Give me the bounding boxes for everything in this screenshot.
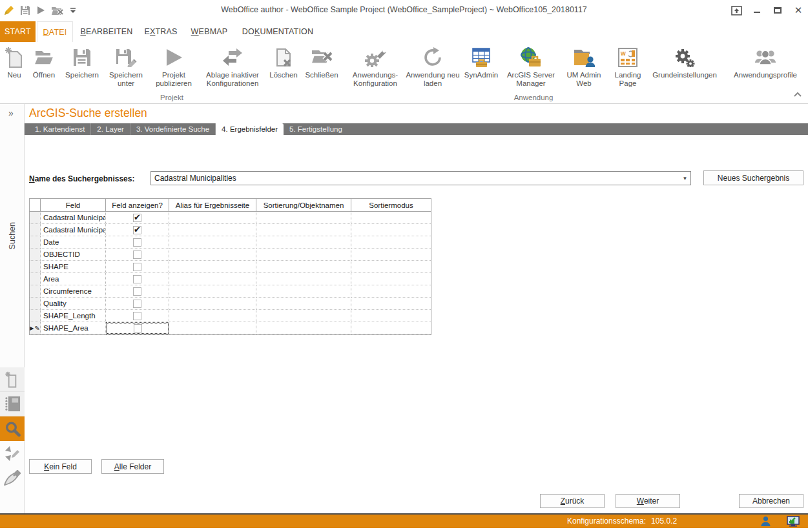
feld-anzeigen-checkbox[interactable] <box>133 226 141 234</box>
table-row[interactable]: Cadastral Municipa <box>30 212 431 224</box>
monitor-connection-icon[interactable] <box>787 516 800 529</box>
row-selector[interactable] <box>30 249 41 261</box>
alias-cell[interactable] <box>169 224 256 236</box>
abbrechen-button[interactable]: Abbrechen <box>739 494 803 508</box>
table-row[interactable]: Date <box>30 236 431 249</box>
feld-cell[interactable]: SHAPE_Length <box>41 310 106 322</box>
column-header-alias[interactable]: Alias für Ergebnisseite <box>169 199 256 211</box>
sortierung-cell[interactable] <box>256 322 351 334</box>
neues-suchergebnis-button[interactable]: Neues Suchergebnis <box>703 170 803 185</box>
landing-page-button[interactable]: w Landing Page <box>608 42 647 88</box>
sortiermodus-cell[interactable] <box>351 322 431 334</box>
feld-anzeigen-checkbox[interactable] <box>133 263 141 271</box>
kein-feld-button[interactable]: Kein Feld <box>29 459 92 474</box>
grundeinstellungen-button[interactable]: Grundeinstellungen <box>647 42 722 79</box>
row-selector[interactable] <box>30 310 41 322</box>
feld-anzeigen-checkbox[interactable] <box>133 251 141 259</box>
alias-cell[interactable] <box>169 236 256 249</box>
feld-anzeigen-checkbox[interactable] <box>133 214 141 222</box>
alias-cell[interactable] <box>169 212 256 224</box>
alias-cell[interactable] <box>169 261 256 273</box>
synadmin-button[interactable]: SynAdmin <box>460 42 502 79</box>
sortierung-cell[interactable] <box>256 249 351 261</box>
sortierung-cell[interactable] <box>256 273 351 285</box>
feld-anzeigen-checkbox[interactable] <box>133 300 141 308</box>
popup-window-button[interactable] <box>730 5 742 16</box>
user-icon[interactable] <box>761 516 771 529</box>
alias-cell[interactable] <box>169 249 256 261</box>
sortierung-cell[interactable] <box>256 236 351 249</box>
weiter-button[interactable]: Weiter <box>616 494 680 508</box>
row-selector[interactable] <box>30 273 41 285</box>
sortiermodus-cell[interactable] <box>351 285 431 298</box>
ablage-inaktiver-konfigurationen-button[interactable]: Ablage inaktiver Konfigurationen <box>199 42 266 88</box>
table-row[interactable]: ▶✎ SHAPE_Area <box>30 322 431 334</box>
feld-anzeigen-checkbox[interactable] <box>134 324 142 332</box>
row-selector[interactable] <box>30 298 41 310</box>
sortiermodus-cell[interactable] <box>351 298 431 310</box>
feld-cell[interactable]: Circumference <box>41 285 106 298</box>
table-row[interactable]: OBJECTID <box>30 249 431 261</box>
column-header-feld-anzeigen[interactable]: Feld anzeigen? <box>106 199 169 211</box>
sortierung-cell[interactable] <box>256 298 351 310</box>
alias-cell[interactable] <box>169 273 256 285</box>
projekt-publizieren-button[interactable]: Projekt publizieren <box>149 42 199 88</box>
row-selector[interactable] <box>30 212 41 224</box>
row-selector[interactable] <box>30 224 41 236</box>
arcgis-server-manager-button[interactable]: ArcGIS Server Manager <box>502 42 559 88</box>
sortiermodus-cell[interactable] <box>351 224 431 236</box>
feld-anzeigen-checkbox[interactable] <box>133 238 141 247</box>
feld-cell[interactable]: Cadastral Municipa <box>41 224 106 236</box>
new-page-button[interactable] <box>0 367 25 392</box>
sortiermodus-cell[interactable] <box>351 261 431 273</box>
notebook-button[interactable] <box>0 392 25 416</box>
sortiermodus-cell[interactable] <box>351 310 431 322</box>
ribbon-tab-datei[interactable]: DATEI <box>37 21 73 42</box>
alias-cell[interactable] <box>169 310 256 322</box>
zurueck-button[interactable]: Zurück <box>540 494 605 508</box>
table-row[interactable]: Area <box>30 273 431 285</box>
feld-cell[interactable]: Area <box>41 273 106 285</box>
feld-anzeigen-checkbox[interactable] <box>133 312 141 320</box>
maximize-button[interactable] <box>772 5 783 16</box>
row-selector[interactable] <box>30 285 41 298</box>
transform-button[interactable] <box>0 441 25 466</box>
ribbon-tab-start[interactable]: START <box>0 21 36 42</box>
feld-cell[interactable]: Quality <box>41 298 106 310</box>
anwendungs-konfiguration-button[interactable]: Anwendungs-Konfiguration <box>345 42 406 88</box>
anwendungsprofile-button[interactable]: Anwendungsprofile <box>725 42 806 79</box>
search-button[interactable] <box>0 416 25 441</box>
step-tab-vordefinierte-suche[interactable]: 3. Vordefinierte Suche <box>130 123 216 135</box>
schliessen-button[interactable]: Schließen <box>301 42 342 79</box>
sortiermodus-cell[interactable] <box>351 236 431 249</box>
suchergebnis-name-select[interactable]: Cadastral Municipalities ▼ <box>150 171 691 185</box>
alias-cell[interactable] <box>169 285 256 298</box>
step-tab-fertigstellung[interactable]: 5. Fertigstellung <box>284 123 348 135</box>
oeffnen-button[interactable]: Öffnen <box>27 42 61 79</box>
table-row[interactable]: SHAPE_Length <box>30 310 431 322</box>
loeschen-button[interactable]: Löschen <box>266 42 301 79</box>
close-button[interactable]: ✕ <box>792 5 804 16</box>
collapse-ribbon-icon[interactable] <box>794 88 802 99</box>
alle-felder-button[interactable]: Alle Felder <box>101 459 164 474</box>
chevron-down-icon[interactable]: ▼ <box>679 176 690 181</box>
table-row[interactable]: Quality <box>30 298 431 310</box>
feld-cell[interactable]: Cadastral Municipa <box>41 212 106 224</box>
sortiermodus-cell[interactable] <box>351 249 431 261</box>
expand-panel-icon[interactable]: » <box>8 108 14 118</box>
feld-cell[interactable]: SHAPE <box>41 261 106 273</box>
alias-cell[interactable] <box>169 298 256 310</box>
sortiermodus-cell[interactable] <box>351 212 431 224</box>
column-header-sortiermodus[interactable]: Sortiermodus <box>351 199 431 211</box>
feld-cell[interactable]: Date <box>41 236 106 249</box>
panel-tab-suchen[interactable]: Suchen <box>0 212 25 259</box>
step-tab-kartendienst[interactable]: 1. Kartendienst <box>29 123 91 135</box>
ribbon-tab-webmap[interactable]: WEBMAP <box>187 21 231 42</box>
sortierung-cell[interactable] <box>256 224 351 236</box>
sortiermodus-cell[interactable] <box>351 273 431 285</box>
pen-button[interactable] <box>0 466 25 490</box>
sortierung-cell[interactable] <box>256 212 351 224</box>
row-selector[interactable] <box>30 261 41 273</box>
column-header-sortierung[interactable]: Sortierung/Objektnamen <box>256 199 351 211</box>
feld-cell[interactable]: OBJECTID <box>41 249 106 261</box>
